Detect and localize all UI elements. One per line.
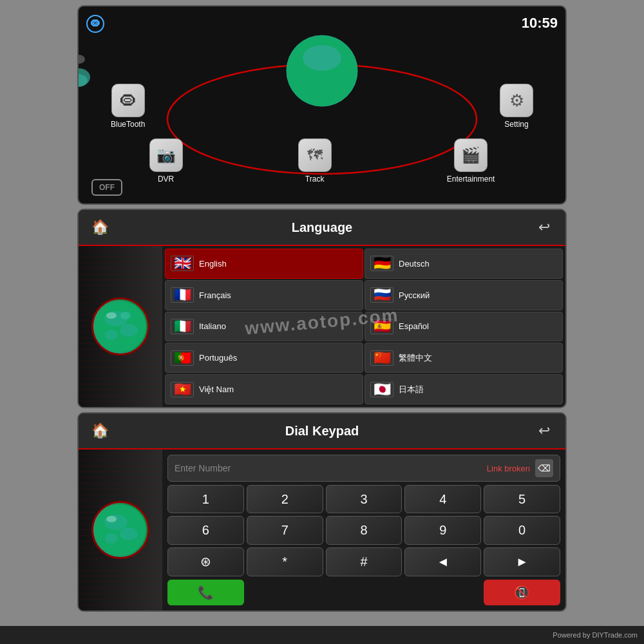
key-x[interactable]: ⊛ — [167, 547, 244, 576]
screen-dial-keypad: 🏠 Dial Keypad ↩ — [77, 412, 567, 612]
setting-menu-item[interactable]: ⚙ Setting — [500, 84, 533, 129]
screens-container: ⭖ 10:59 — [77, 5, 567, 612]
svg-point-2 — [303, 45, 341, 71]
dvr-menu-item[interactable]: 📷 DVR — [149, 138, 183, 184]
keypad-globe-ball — [91, 501, 149, 559]
bluetooth-icon: ⭖ — [119, 90, 137, 111]
bluetooth-icon-box: ⭖ — [111, 84, 145, 117]
svg-point-15 — [105, 533, 118, 544]
svg-point-14 — [120, 527, 138, 540]
dvr-icon-box: 📷 — [149, 138, 183, 172]
language-item-deutsch[interactable]: 🇩🇪Deutsch — [365, 249, 563, 279]
globe-ball-inner — [93, 299, 147, 354]
svg-point-11 — [106, 312, 117, 319]
svg-point-9 — [105, 330, 118, 340]
track-icon-box: 🗺 — [298, 138, 332, 172]
lang-name-1: Deutsch — [399, 259, 430, 269]
track-icon: 🗺 — [307, 146, 323, 164]
language-header: 🏠 Language ↩ — [79, 210, 565, 246]
footer-text: Powered by DIYTrade.com — [553, 631, 638, 639]
setting-icon-box: ⚙ — [500, 84, 533, 117]
key-0[interactable]: 0 — [484, 516, 560, 544]
keypad-header: 🏠 Dial Keypad ↩ — [79, 413, 565, 450]
svg-point-5 — [77, 55, 85, 64]
back-button[interactable]: ↩ — [533, 216, 555, 238]
track-label: Track — [305, 175, 325, 184]
language-title: Language — [292, 220, 352, 235]
svg-point-8 — [120, 324, 138, 337]
language-item-italiano[interactable]: 🇮🇹Italiano — [165, 312, 363, 342]
key-5[interactable]: 5 — [484, 485, 560, 513]
off-button[interactable]: OFF — [91, 179, 122, 196]
entertainment-menu-item[interactable]: 🎬 Entertainment — [447, 138, 495, 184]
flag-3: 🇷🇺 — [370, 287, 393, 303]
keypad-back-button[interactable]: ↩ — [533, 420, 555, 442]
lang-name-6: Português — [199, 353, 237, 363]
dvr-label: DVR — [158, 175, 174, 184]
keypad-home-button[interactable]: 🏠 — [89, 420, 111, 442]
enter-number-placeholder: Enter Number — [175, 463, 482, 473]
main-menu-inner: ⭖ 10:59 — [79, 6, 565, 204]
key-9[interactable]: 9 — [404, 516, 481, 544]
keypad-globe-decoration — [79, 450, 162, 611]
track-menu-item[interactable]: 🗺 Track — [298, 138, 332, 184]
key-x[interactable]: ◄ — [404, 547, 481, 576]
bluetooth-menu-item[interactable]: ⭖ BlueTooth — [111, 84, 145, 129]
key-3[interactable]: 3 — [326, 485, 402, 513]
number-input-bar: Enter Number Link broken ⌫ — [167, 455, 560, 482]
language-grid: 🇬🇧English🇩🇪Deutsch🇫🇷Français🇷🇺Русский🇮🇹I… — [162, 246, 565, 407]
key-2[interactable]: 2 — [247, 485, 323, 513]
menu-row2: 📷 DVR 🗺 Track 🎬 Entertainment — [79, 138, 565, 184]
backspace-button[interactable]: ⌫ — [535, 459, 553, 477]
keypad-globe-svg — [93, 503, 147, 557]
keypad-area: Enter Number Link broken ⌫ 1234567890⊛*#… — [162, 450, 565, 611]
screen-main-menu: ⭖ 10:59 — [77, 5, 567, 205]
end-call-button[interactable]: 📵 — [484, 580, 560, 605]
flag-1: 🇩🇪 — [370, 256, 393, 271]
screen-language: 🏠 Language ↩ — [77, 209, 567, 408]
key-x[interactable]: ► — [484, 547, 560, 576]
language-item-繁體中文[interactable]: 🇨🇳繁體中文 — [365, 343, 563, 373]
language-item-português[interactable]: 🇵🇹Português — [165, 343, 363, 373]
key-4[interactable]: 4 — [404, 485, 481, 513]
language-item-日本語[interactable]: 🇯🇵日本語 — [365, 374, 563, 404]
flag-5: 🇪🇸 — [370, 319, 393, 334]
key-8[interactable]: 8 — [326, 516, 402, 544]
home-button[interactable]: 🏠 — [89, 216, 111, 238]
setting-label: Setting — [504, 120, 528, 129]
svg-point-12 — [95, 504, 146, 556]
svg-point-16 — [106, 516, 117, 522]
call-button[interactable]: 📞 — [167, 580, 244, 605]
key-x[interactable]: * — [247, 547, 323, 576]
lang-name-2: Français — [199, 290, 231, 300]
lang-name-8: Việt Nam — [199, 384, 234, 394]
key-6[interactable]: 6 — [167, 516, 244, 544]
bluetooth-label: BlueTooth — [111, 120, 145, 129]
language-item-français[interactable]: 🇫🇷Français — [165, 280, 363, 310]
key-7[interactable]: 7 — [247, 516, 323, 544]
language-item-русский[interactable]: 🇷🇺Русский — [365, 280, 563, 310]
svg-point-10 — [120, 312, 131, 319]
entertainment-icon-box: 🎬 — [454, 138, 488, 172]
globe-ball — [91, 298, 149, 355]
lang-name-9: 日本語 — [399, 384, 424, 395]
globe-decoration — [79, 246, 162, 407]
flag-7: 🇨🇳 — [370, 350, 393, 366]
language-item-việt-nam[interactable]: 🇻🇳Việt Nam — [165, 374, 363, 404]
keypad-body: Enter Number Link broken ⌫ 1234567890⊛*#… — [79, 450, 565, 611]
lang-name-3: Русский — [399, 290, 430, 300]
globe-svg-inner — [93, 299, 147, 354]
key-x[interactable]: # — [326, 547, 402, 576]
flag-8: 🇻🇳 — [171, 382, 194, 397]
key-1[interactable]: 1 — [167, 485, 244, 513]
setting-icon: ⚙ — [509, 91, 524, 111]
dvr-icon: 📷 — [156, 146, 176, 164]
call-empty-1 — [247, 580, 323, 605]
language-body: 🇬🇧English🇩🇪Deutsch🇫🇷Français🇷🇺Русский🇮🇹I… — [79, 246, 565, 407]
language-item-español[interactable]: 🇪🇸Español — [365, 312, 563, 342]
flag-4: 🇮🇹 — [171, 319, 194, 334]
menu-row1: ⭖ BlueTooth ⚙ Setting — [79, 84, 565, 129]
entertainment-label: Entertainment — [447, 175, 495, 184]
language-item-english[interactable]: 🇬🇧English — [165, 249, 363, 279]
keypad-globe-inner — [93, 503, 147, 557]
